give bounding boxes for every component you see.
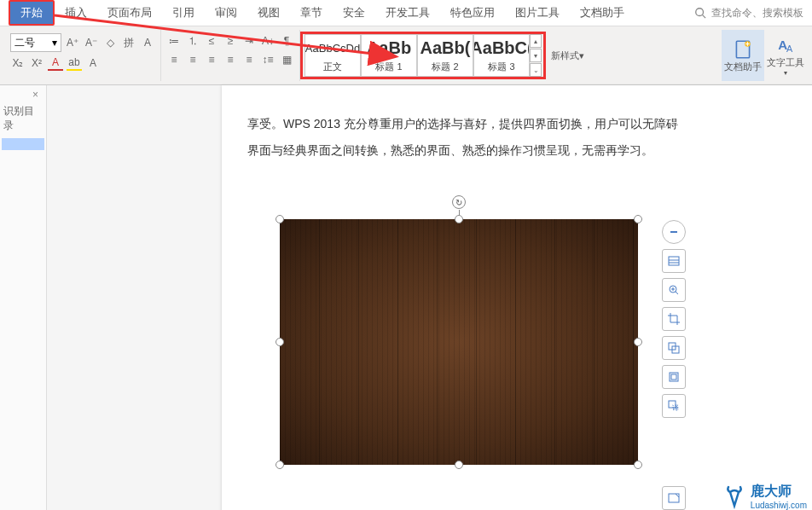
- bullets-icon[interactable]: ≔: [166, 33, 182, 49]
- menu-item-security[interactable]: 安全: [333, 2, 375, 24]
- menu-item-special[interactable]: 特色应用: [440, 2, 505, 24]
- crop-button[interactable]: [662, 307, 686, 331]
- outline-item[interactable]: [2, 138, 44, 150]
- outline-pane: × 识别目录: [0, 85, 47, 510]
- menu-item-page-layout[interactable]: 页面布局: [97, 2, 162, 24]
- image-float-toolbar-2: [662, 486, 687, 510]
- menu-item-doc-assist[interactable]: 文档助手: [570, 2, 635, 24]
- svg-line-1: [703, 15, 706, 19]
- text-tool-button[interactable]: AA 文字工具▾: [764, 30, 807, 81]
- zoom-button[interactable]: [662, 278, 686, 302]
- paragraph: 享受。WPS 2013 充分尊重用户的选择与喜好，提供四界面切换，用户可以无障碍: [247, 111, 793, 137]
- paragraph: 界面与经典界面之间转换，熟悉的界面、熟悉的操作习惯呈现，无需再学习。: [247, 137, 793, 164]
- search-placeholder: 查找命令、搜索模板: [711, 6, 803, 20]
- menu-bar: 开始 插入 页面布局 引用 审阅 视图 章节 安全 开发工具 特色应用 图片工具…: [0, 0, 812, 26]
- new-style-label: 新样式: [551, 49, 579, 62]
- resize-handle-e[interactable]: [634, 338, 642, 346]
- resize-handle-nw[interactable]: [276, 215, 284, 223]
- superscript-icon[interactable]: X²: [29, 55, 44, 71]
- svg-text:译: 译: [672, 404, 679, 412]
- char-shade-icon[interactable]: A: [85, 55, 101, 71]
- translate-button[interactable]: 译: [662, 394, 686, 418]
- command-search[interactable]: 查找命令、搜索模板: [693, 5, 803, 20]
- more-button[interactable]: [662, 486, 686, 510]
- shrink-font-icon[interactable]: A⁻: [84, 35, 99, 50]
- layout-button[interactable]: [662, 249, 686, 273]
- doc-assist-label: 文档助手: [724, 61, 762, 73]
- rotate-handle[interactable]: ↻: [452, 195, 466, 209]
- styles-more[interactable]: ▴ ▾ ⌄: [530, 34, 542, 77]
- font-size-value: 二号: [14, 36, 35, 50]
- effects-button[interactable]: [662, 336, 686, 360]
- link-button[interactable]: [662, 365, 686, 389]
- style-heading1[interactable]: AaBb 标题 1: [361, 34, 417, 77]
- outline-title: 识别目录: [0, 102, 46, 135]
- font-color-icon[interactable]: A: [48, 55, 63, 71]
- align-right-icon[interactable]: ≡: [204, 52, 219, 67]
- menu-item-picture-tools[interactable]: 图片工具: [505, 2, 570, 24]
- menu-item-devtools[interactable]: 开发工具: [375, 2, 440, 24]
- chevron-down-icon: ▾: [52, 37, 57, 49]
- indent-inc-icon[interactable]: ≥: [223, 33, 238, 49]
- align-center-icon[interactable]: ≡: [185, 52, 200, 67]
- text-tool-label: 文字工具: [767, 56, 804, 69]
- highlight-icon[interactable]: ab: [67, 55, 82, 71]
- collapse-button[interactable]: [662, 220, 686, 244]
- pinyin-icon[interactable]: 拼: [121, 35, 136, 50]
- line-spacing-icon[interactable]: ↕≡: [260, 52, 276, 67]
- menu-item-review[interactable]: 审阅: [205, 2, 247, 24]
- close-icon[interactable]: ×: [32, 89, 38, 101]
- style-label: 标题 1: [362, 61, 416, 73]
- search-icon: [693, 5, 708, 20]
- style-heading3[interactable]: AaBbC( 标题 3: [473, 34, 530, 77]
- chevron-down-icon: ▾: [784, 69, 787, 77]
- align-justify-icon[interactable]: ≡: [223, 52, 238, 67]
- menu-item-view[interactable]: 视图: [247, 2, 290, 24]
- watermark: 鹿大师 Ludashiwj.com: [722, 483, 807, 510]
- svg-rect-9: [669, 257, 679, 265]
- style-label: 正文: [305, 61, 360, 73]
- clear-format-icon[interactable]: ◇: [102, 35, 118, 50]
- tab-icon[interactable]: ⇥: [241, 33, 257, 49]
- shading-icon[interactable]: ▦: [279, 52, 294, 67]
- style-normal[interactable]: AaBbCcDd 正文: [304, 34, 361, 77]
- new-style-button[interactable]: 新样式▾: [546, 49, 589, 62]
- align-left-icon[interactable]: ≡: [166, 52, 182, 67]
- indent-dec-icon[interactable]: ≤: [204, 33, 219, 49]
- wood-texture-image[interactable]: [280, 219, 638, 465]
- selected-image[interactable]: ↻: [280, 219, 638, 465]
- styles-gallery[interactable]: AaBbCcDd 正文 AaBb 标题 1 AaBb( 标题 2 AaBbC( …: [300, 32, 546, 79]
- doc-assist-button[interactable]: 文档助手: [722, 30, 764, 81]
- deer-icon: [722, 484, 747, 509]
- align-distr-icon[interactable]: ≡: [241, 52, 257, 67]
- show-marks-icon[interactable]: ¶: [279, 33, 294, 49]
- paragraph-group: ≔ ⒈ ≤ ≥ ⇥ A↓ ¶ ≡ ≡ ≡ ≡ ≡ ↕≡ ▦: [161, 30, 300, 81]
- resize-handle-n[interactable]: [455, 215, 463, 223]
- resize-handle-sw[interactable]: [276, 461, 284, 469]
- svg-rect-19: [671, 374, 676, 380]
- font-size-select[interactable]: 二号 ▾: [10, 33, 61, 52]
- menu-item-insert[interactable]: 插入: [55, 2, 97, 24]
- font-group: 二号 ▾ A⁺ A⁻ ◇ 拼 A X₂ X² A ab A: [5, 30, 161, 81]
- numbering-icon[interactable]: ⒈: [185, 33, 200, 49]
- style-preview: AaBbC(: [474, 38, 529, 59]
- menu-item-reference[interactable]: 引用: [162, 2, 205, 24]
- subscript-icon[interactable]: X₂: [10, 55, 26, 71]
- style-preview: AaBbCcDd: [305, 38, 360, 59]
- resize-handle-w[interactable]: [276, 338, 284, 346]
- svg-line-13: [676, 292, 678, 294]
- menu-item-start[interactable]: 开始: [9, 0, 55, 26]
- menu-item-chapter[interactable]: 章节: [290, 2, 333, 24]
- svg-text:A: A: [786, 43, 793, 54]
- resize-handle-se[interactable]: [634, 461, 642, 469]
- chevron-down-icon[interactable]: ▾: [530, 49, 542, 62]
- chevron-up-icon[interactable]: ▴: [530, 34, 542, 48]
- watermark-url: Ludashiwj.com: [751, 501, 807, 510]
- char-border-icon[interactable]: A: [140, 35, 155, 50]
- resize-handle-s[interactable]: [455, 461, 463, 469]
- resize-handle-ne[interactable]: [634, 215, 642, 223]
- grow-font-icon[interactable]: A⁺: [65, 35, 80, 50]
- styles-expand-icon[interactable]: ⌄: [530, 63, 542, 77]
- style-heading2[interactable]: AaBb( 标题 2: [417, 34, 473, 77]
- sort-icon[interactable]: A↓: [260, 33, 276, 49]
